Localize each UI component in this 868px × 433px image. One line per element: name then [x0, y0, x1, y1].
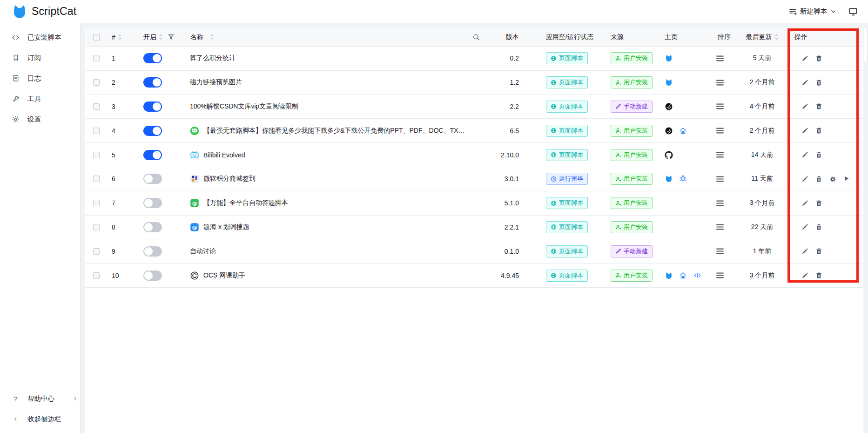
delete-icon[interactable]: [815, 248, 822, 255]
edit-icon[interactable]: [801, 200, 808, 207]
edit-icon[interactable]: [801, 272, 808, 279]
row-checkbox[interactable]: [93, 176, 100, 182]
sidebar-item-2[interactable]: 日志: [0, 68, 80, 88]
delete-icon[interactable]: [815, 200, 822, 207]
play-icon[interactable]: [843, 176, 850, 183]
sidebar-item-help-center[interactable]: ? 帮助中心: [0, 388, 80, 409]
page-scrollbar[interactable]: [863, 23, 868, 433]
drag-handle-icon[interactable]: [716, 224, 724, 230]
status-badge[interactable]: 页面脚本: [546, 245, 588, 257]
col-header-enabled[interactable]: 开启: [143, 33, 156, 41]
scriptcat-home-icon[interactable]: [665, 271, 673, 280]
edit-icon[interactable]: [801, 151, 808, 158]
enable-toggle[interactable]: [143, 198, 162, 208]
status-badge[interactable]: 页面脚本: [546, 52, 588, 64]
status-badge[interactable]: 页面脚本: [546, 221, 588, 233]
col-header-updated[interactable]: 最后更新: [746, 33, 772, 41]
delete-icon[interactable]: [815, 176, 822, 183]
source-badge[interactable]: 用户安装: [611, 125, 653, 137]
row-checkbox[interactable]: [93, 79, 100, 86]
status-badge[interactable]: 页面脚本: [546, 125, 588, 137]
settings-icon[interactable]: [829, 176, 836, 183]
delete-icon[interactable]: [815, 272, 822, 279]
delete-icon[interactable]: [815, 151, 822, 158]
edit-icon[interactable]: [801, 79, 808, 86]
drag-handle-icon[interactable]: [716, 200, 724, 206]
source-badge[interactable]: 手动新建: [611, 245, 653, 257]
edit-icon[interactable]: [801, 103, 808, 110]
status-badge[interactable]: 页面脚本: [546, 101, 588, 113]
script-name[interactable]: 自动讨论: [190, 247, 216, 256]
script-name[interactable]: OCS 网课助手: [203, 271, 245, 280]
scrollbar-thumb[interactable]: [864, 26, 868, 62]
col-header-name[interactable]: 名称: [190, 33, 203, 41]
status-badge[interactable]: 页面脚本: [546, 197, 588, 209]
drag-handle-icon[interactable]: [716, 128, 724, 134]
new-script-button[interactable]: 新建脚本: [788, 7, 836, 16]
select-all-checkbox[interactable]: [93, 34, 100, 41]
delete-icon[interactable]: [815, 223, 822, 230]
edit-icon[interactable]: [801, 55, 808, 62]
home-icon[interactable]: [679, 127, 687, 135]
source-badge[interactable]: 用户安装: [611, 76, 653, 88]
sidebar-item-1[interactable]: 订阅: [0, 47, 80, 68]
sort-carets-icon[interactable]: [118, 34, 122, 41]
source-badge[interactable]: 用户安装: [611, 149, 653, 161]
row-checkbox[interactable]: [93, 248, 100, 255]
source-badge[interactable]: 用户安装: [611, 52, 653, 64]
filter-funnel-icon[interactable]: [168, 34, 175, 41]
delete-icon[interactable]: [815, 79, 822, 86]
enable-toggle[interactable]: [143, 150, 162, 160]
script-name[interactable]: Bilibili Evolved: [203, 151, 245, 159]
drag-handle-icon[interactable]: [716, 152, 724, 158]
drag-handle-icon[interactable]: [716, 272, 724, 278]
script-name[interactable]: 【万能】全平台自动答题脚本: [203, 199, 288, 207]
drag-handle-icon[interactable]: [716, 176, 724, 182]
source-badge[interactable]: 用户安装: [611, 221, 653, 233]
source-badge[interactable]: 用户安装: [611, 197, 653, 209]
status-badge[interactable]: 页面脚本: [546, 149, 588, 161]
row-checkbox[interactable]: [93, 200, 100, 206]
delete-icon[interactable]: [815, 103, 822, 110]
source-badge[interactable]: 用户安装: [611, 270, 653, 282]
source-badge[interactable]: 用户安装: [611, 173, 653, 185]
row-checkbox[interactable]: [93, 224, 100, 230]
sidebar-item-collapse[interactable]: 收起侧边栏: [0, 409, 80, 429]
script-name[interactable]: 微软积分商城签到: [203, 175, 256, 183]
drag-handle-icon[interactable]: [716, 248, 724, 254]
sidebar-item-3[interactable]: 工具: [0, 88, 80, 109]
monitor-icon[interactable]: [848, 7, 858, 16]
script-name[interactable]: 磁力链接预览图片: [190, 78, 242, 87]
script-name[interactable]: 【最强无套路脚本】你能看见多少我能下载多少&下载公开免费的PPT、PDF、DOC…: [203, 127, 468, 135]
script-name[interactable]: 题海 x 划词搜题: [203, 223, 249, 231]
sidebar-item-0[interactable]: 已安装脚本: [0, 27, 80, 47]
delete-icon[interactable]: [815, 55, 822, 62]
home-icon[interactable]: [679, 271, 687, 280]
enable-toggle[interactable]: [143, 101, 162, 112]
github-icon[interactable]: [665, 151, 673, 159]
col-header-num[interactable]: #: [112, 34, 115, 41]
scriptcat-home-icon[interactable]: [665, 78, 673, 87]
enable-toggle[interactable]: [143, 126, 162, 136]
scriptcat-home-icon[interactable]: [665, 175, 673, 183]
script-name[interactable]: 100%解锁CSDN文库vip文章阅读限制: [190, 102, 298, 111]
scriptcat-home-icon[interactable]: [665, 54, 673, 62]
row-checkbox[interactable]: [93, 152, 100, 158]
app-logo[interactable]: ScriptCat: [11, 3, 76, 20]
status-badge[interactable]: 页面脚本: [546, 76, 588, 88]
row-checkbox[interactable]: [93, 55, 100, 61]
search-icon[interactable]: [472, 33, 480, 41]
enable-toggle[interactable]: [143, 271, 162, 281]
status-badge[interactable]: 页面脚本: [546, 270, 588, 282]
enable-toggle[interactable]: [143, 222, 162, 232]
row-checkbox[interactable]: [93, 103, 100, 110]
drag-handle-icon[interactable]: [716, 103, 724, 109]
status-badge[interactable]: 运行完毕: [546, 173, 588, 185]
row-checkbox[interactable]: [93, 272, 100, 279]
row-checkbox[interactable]: [93, 128, 100, 134]
enable-toggle[interactable]: [143, 246, 162, 257]
sort-carets-icon[interactable]: [774, 34, 779, 41]
black-globe-icon[interactable]: [665, 102, 673, 111]
black-globe-icon[interactable]: [665, 127, 673, 135]
sidebar-item-4[interactable]: 设置: [0, 109, 80, 129]
